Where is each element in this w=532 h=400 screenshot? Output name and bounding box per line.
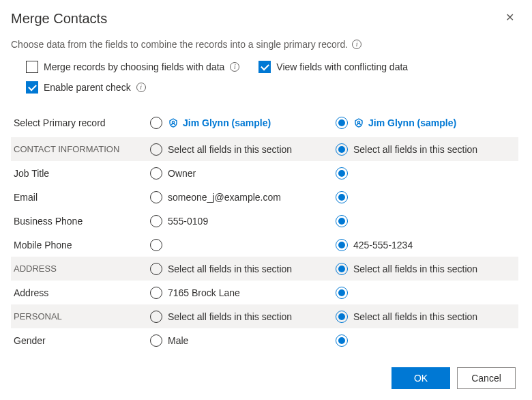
primary-option-b[interactable]: Jim Glynn (sample) [333,117,518,129]
section-contact-info: CONTACT INFORMATION Select all fields in… [11,137,518,161]
field-value: someone_j@example.com [168,192,281,203]
radio-icon [336,215,348,227]
field-option-a[interactable]: Owner [147,167,333,180]
record-b-name: Jim Glynn (sample) [353,117,456,128]
field-option-b[interactable] [333,191,518,203]
svg-point-0 [172,121,174,123]
record-b-text: Jim Glynn (sample) [368,117,456,128]
checkbox-label: Enable parent check [44,82,131,93]
record-a-text: Jim Glynn (sample) [183,117,271,128]
dialog-footer: OK Cancel [11,358,518,400]
field-option-b[interactable]: 425-555-1234 [333,239,518,251]
radio-icon [336,167,348,180]
checkbox-icon [26,61,38,73]
section-select-all-b[interactable]: Select all fields in this section [333,263,518,275]
field-option-a[interactable]: Male [147,334,333,347]
radio-icon [150,311,162,323]
field-option-b[interactable] [333,167,518,180]
field-label: Business Phone [11,216,147,227]
ok-button[interactable]: OK [391,367,450,389]
options-row-2: Enable parent check i [11,81,518,94]
select-all-label: Select all fields in this section [353,144,477,155]
subtitle-text: Choose data from the fields to combine t… [11,39,348,50]
select-all-label: Select all fields in this section [353,263,477,274]
section-select-all-a[interactable]: Select all fields in this section [147,143,333,156]
radio-icon [336,287,348,299]
info-icon[interactable]: i [352,40,361,49]
checkbox-label: View fields with conflicting data [276,61,408,72]
radio-icon [336,117,348,129]
field-label: Email [11,192,147,203]
dialog-header: Merge Contacts ✕ [11,11,518,39]
primary-record-label: Select Primary record [11,117,147,128]
field-option-a[interactable]: 7165 Brock Lane [147,287,333,299]
field-value: 425-555-1234 [353,240,413,251]
section-select-all-a[interactable]: Select all fields in this section [147,311,333,323]
radio-icon [336,311,348,323]
select-all-label: Select all fields in this section [353,311,477,322]
field-option-b[interactable] [333,334,518,347]
select-all-label: Select all fields in this section [168,263,292,274]
field-option-a[interactable] [147,239,333,251]
section-personal: PERSONAL Select all fields in this secti… [11,304,518,328]
radio-icon [150,143,162,156]
field-label: Gender [11,335,147,346]
contact-icon [168,117,179,128]
field-label: Mobile Phone [11,240,147,251]
field-option-b[interactable] [333,215,518,227]
select-all-label: Select all fields in this section [168,144,292,155]
field-option-a[interactable]: 555-0109 [147,215,333,227]
checkbox-label: Merge records by choosing fields with da… [44,61,224,72]
field-option-a[interactable]: someone_j@example.com [147,191,333,203]
svg-point-1 [357,121,359,123]
radio-icon [336,191,348,203]
field-row-job-title: Job Title Owner [11,161,518,185]
section-address: ADDRESS Select all fields in this sectio… [11,257,518,281]
field-value: Male [168,335,188,346]
dialog-subtitle: Choose data from the fields to combine t… [11,39,518,50]
primary-option-a[interactable]: Jim Glynn (sample) [147,117,333,129]
radio-icon [150,239,162,251]
field-row-mobile-phone: Mobile Phone 425-555-1234 [11,233,518,257]
radio-icon [150,117,162,129]
field-row-gender: Gender Male [11,328,518,352]
radio-icon [150,263,162,275]
field-option-b[interactable] [333,287,518,299]
cancel-button[interactable]: Cancel [457,367,516,389]
close-icon[interactable]: ✕ [501,11,518,25]
field-row-email: Email someone_j@example.com [11,185,518,209]
field-row-address: Address 7165 Brock Lane [11,281,518,304]
dialog-title: Merge Contacts [11,11,107,27]
radio-icon [150,215,162,227]
contact-icon [353,117,364,128]
select-all-label: Select all fields in this section [168,311,292,322]
field-label: Address [11,287,147,298]
section-select-all-b[interactable]: Select all fields in this section [333,311,518,323]
section-label: CONTACT INFORMATION [11,144,147,154]
radio-icon [150,167,162,180]
checkbox-icon [258,61,271,73]
view-conflicting-checkbox[interactable]: View fields with conflicting data [258,61,408,73]
options-row-1: Merge records by choosing fields with da… [11,61,518,73]
radio-icon [336,143,348,156]
field-value: 7165 Brock Lane [168,287,240,298]
section-select-all-a[interactable]: Select all fields in this section [147,263,333,275]
checkbox-icon [26,81,38,94]
primary-record-row: Select Primary record Jim Glynn (sample)… [11,109,518,137]
field-value: Owner [168,168,196,179]
info-icon[interactable]: i [230,62,239,72]
radio-icon [150,334,162,347]
section-label: ADDRESS [11,263,147,274]
section-label: PERSONAL [11,311,147,322]
radio-icon [150,287,162,299]
fields-scroll-area[interactable]: Select Primary record Jim Glynn (sample)… [11,109,522,358]
field-value: 555-0109 [168,216,208,227]
radio-icon [336,263,348,275]
radio-icon [150,191,162,203]
merge-by-fields-checkbox[interactable]: Merge records by choosing fields with da… [26,61,239,73]
enable-parent-checkbox[interactable]: Enable parent check i [26,81,146,94]
info-icon[interactable]: i [136,83,146,92]
section-select-all-b[interactable]: Select all fields in this section [333,143,518,156]
field-row-business-phone: Business Phone 555-0109 [11,209,518,233]
radio-icon [336,334,348,347]
